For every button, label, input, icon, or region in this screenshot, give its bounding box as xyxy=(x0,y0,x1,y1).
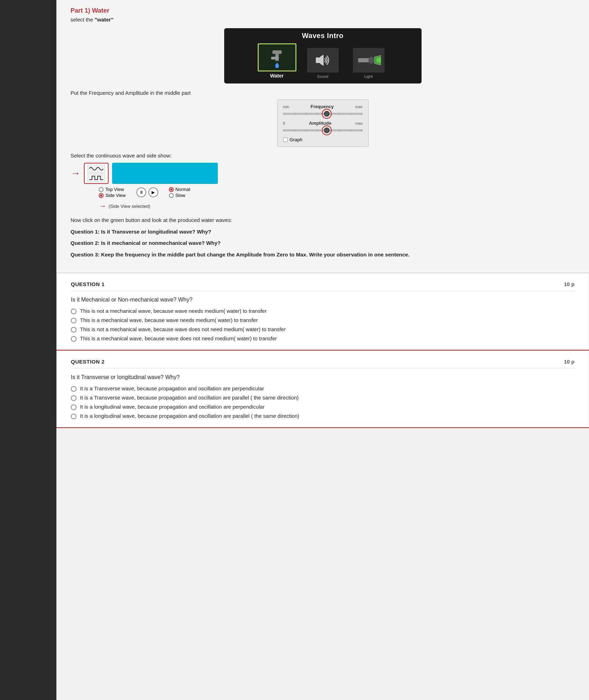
pulse-wave-svg xyxy=(89,174,103,181)
side-view-item[interactable]: Side View xyxy=(99,193,126,198)
light-icon-img[interactable] xyxy=(349,46,388,74)
side-view-arrow-label: (Side View selected) xyxy=(109,204,150,209)
questions-intro: Question 1: Is it Transverse or longitud… xyxy=(70,228,575,259)
water-icon-img[interactable] xyxy=(258,43,296,72)
top-view-item[interactable]: Top View xyxy=(99,187,126,192)
freq-max-label: max xyxy=(355,105,363,109)
view-radio-group: Top View Side View xyxy=(99,187,126,198)
pause-play-wrap: ⏸ ▶ xyxy=(136,187,158,197)
select-instruction: select the "water" xyxy=(70,17,575,23)
water-emphasis: "water" xyxy=(94,17,113,23)
sound-icon-wrap xyxy=(307,48,339,73)
waves-app-title: Waves Intro xyxy=(230,32,416,40)
sound-icon-img[interactable] xyxy=(303,46,342,74)
atick7 xyxy=(350,130,351,131)
side-view-label: Side View xyxy=(105,193,126,198)
q2-radio-1[interactable] xyxy=(71,386,76,392)
wave-selector-box[interactable] xyxy=(84,163,109,184)
click-instruction: Now click on the green button and look a… xyxy=(70,216,575,224)
water-icon-item[interactable]: Water xyxy=(258,43,296,79)
sound-icon-label: Sound xyxy=(317,74,329,79)
tick2 xyxy=(295,113,295,115)
wave-arrow: → xyxy=(70,168,80,179)
freq-thumb-inner xyxy=(324,111,330,117)
wave-controls-row: → xyxy=(70,163,575,184)
q2-option-1[interactable]: It is a Transverse wave, because propaga… xyxy=(71,385,575,392)
waves-app-icons: Water xyxy=(230,43,416,79)
pause-button[interactable]: ⏸ xyxy=(136,187,146,197)
q2-radio-3[interactable] xyxy=(71,404,76,410)
side-view-arrow: → xyxy=(99,202,106,211)
graph-checkbox[interactable] xyxy=(283,137,288,142)
amp-track-wrap[interactable] xyxy=(283,126,363,134)
normal-speed-dot xyxy=(170,188,172,191)
q2-radio-2[interactable] xyxy=(71,395,76,401)
q2-option-3[interactable]: It is a longitudinal wave, because propa… xyxy=(71,404,575,410)
q1-option-3[interactable]: This is not a mechanical wave, because w… xyxy=(71,326,575,333)
amp-thumb[interactable] xyxy=(322,125,332,135)
question2-points: 10 p xyxy=(564,359,575,365)
q1-option-2-text: This is a mechanical wave, because wave … xyxy=(80,317,258,323)
question2-text: Is it Transverse or longitudinal wave? W… xyxy=(71,374,575,380)
freq-amp-box: min Frequency max xyxy=(277,99,369,147)
wave-section-label: Select the continuous wave and side show… xyxy=(70,153,575,159)
tick4 xyxy=(317,113,317,115)
amplitude-slider-row: 0 Amplitude max xyxy=(283,120,363,134)
sound-icon-item[interactable]: Sound xyxy=(303,46,342,79)
atick4 xyxy=(317,130,317,131)
q1-radio-2[interactable] xyxy=(71,318,76,323)
slow-speed-radio[interactable] xyxy=(169,193,174,198)
q2-radio-4[interactable] xyxy=(71,414,76,419)
normal-speed-item[interactable]: Normal xyxy=(169,187,190,192)
water-icon-label: Water xyxy=(270,73,283,79)
wave-display xyxy=(112,163,218,184)
graph-label: Graph xyxy=(290,137,302,142)
side-view-radio[interactable] xyxy=(99,193,104,198)
freq-thumb-circle xyxy=(322,109,332,119)
svg-rect-4 xyxy=(316,57,320,63)
main-content: Part 1) Water select the "water" Waves I… xyxy=(56,0,589,700)
amp-title-row: 0 Amplitude max xyxy=(283,120,363,126)
top-view-radio[interactable] xyxy=(99,187,104,192)
atick1 xyxy=(284,130,284,131)
q1-option-4-text: This is a mechanical wave, because wave … xyxy=(80,335,277,341)
play-icon: ▶ xyxy=(152,190,155,195)
frequency-label: Frequency xyxy=(289,104,355,109)
q2-option-4[interactable]: It is a longitudinal wave, because propa… xyxy=(71,413,575,419)
q1-option-2[interactable]: This is a mechanical wave, because wave … xyxy=(71,317,575,323)
freq-title-row: min Frequency max xyxy=(283,104,363,109)
light-icon-label: Light xyxy=(364,74,373,79)
side-view-dot xyxy=(100,194,102,197)
waves-app-box: Waves Intro xyxy=(224,28,422,83)
bottom-divider xyxy=(56,427,589,428)
slow-speed-item[interactable]: Slow xyxy=(169,193,190,198)
question1-text: Is it Mechanical or Non-mechanical wave?… xyxy=(71,297,575,303)
q2-option-2[interactable]: It is a Transverse wave, because propaga… xyxy=(71,395,575,401)
amp-thumb-circle xyxy=(322,125,332,135)
play-button[interactable]: ▶ xyxy=(148,187,158,197)
q1-radio-1[interactable] xyxy=(71,309,76,314)
light-icon-item[interactable]: Light xyxy=(349,46,388,79)
continuous-wave-svg xyxy=(89,165,103,172)
q1-radio-3[interactable] xyxy=(71,327,76,333)
q1-option-1[interactable]: This is not a mechanical wave, because w… xyxy=(71,308,575,314)
wave-type-continuous[interactable] xyxy=(87,165,105,173)
speed-radio-group: Normal Slow xyxy=(169,187,190,198)
wave-type-pulse[interactable] xyxy=(87,174,105,182)
amp-max-label: max xyxy=(355,121,363,125)
q1-radio-4[interactable] xyxy=(71,336,76,342)
q1-option-4[interactable]: This is a mechanical wave, because wave … xyxy=(71,335,575,342)
normal-speed-radio[interactable] xyxy=(169,187,174,192)
freq-track xyxy=(283,113,363,115)
slow-speed-label: Slow xyxy=(176,193,185,198)
q1-option-3-text: This is not a mechanical wave, because w… xyxy=(80,326,286,332)
tick1 xyxy=(284,113,284,115)
freq-min-label: min xyxy=(283,105,289,109)
question1-header: QUESTION 1 10 p xyxy=(71,281,575,291)
freq-thumb[interactable] xyxy=(322,109,332,119)
amplitude-label: Amplitude xyxy=(285,120,355,126)
question-intro-2: Question 2: Is it mechanical or nonmecha… xyxy=(70,239,575,247)
freq-track-wrap[interactable] xyxy=(283,110,363,118)
question-intro-3: Question 3: Keep the frequency in the mi… xyxy=(70,251,575,259)
wave-section: Select the continuous wave and side show… xyxy=(70,153,575,211)
